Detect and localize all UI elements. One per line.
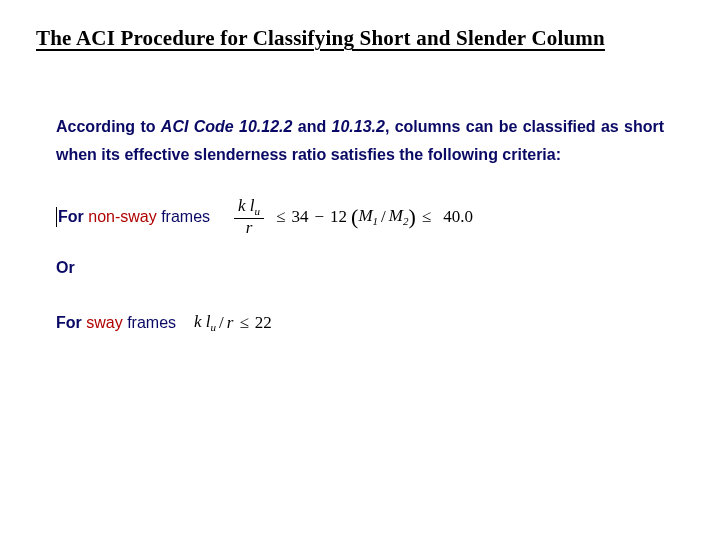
leq-1: ≤: [276, 207, 285, 227]
page-title: The ACI Procedure for Classifying Short …: [36, 26, 684, 51]
sway-type: sway: [86, 314, 122, 331]
klu-var: k l: [238, 196, 255, 215]
para-mid: and: [292, 118, 331, 135]
right-paren: ): [408, 206, 415, 228]
leq-3: ≤: [239, 313, 248, 333]
r-var: r: [227, 313, 234, 333]
m1-sub: 1: [373, 216, 379, 228]
const-22: 22: [255, 313, 272, 333]
const-40: 40.0: [443, 207, 473, 227]
leq-2: ≤: [422, 207, 431, 227]
for-word-2: For: [56, 314, 82, 331]
nonsway-inequality: k lu r ≤ 34 − 12 ( M1 / M2 ) ≤ 40.0: [228, 197, 473, 237]
nonsway-lead: For non-sway frames: [58, 208, 210, 226]
slenderness-fraction: k lu r: [234, 197, 264, 237]
klu-letters-2: k l: [194, 312, 211, 331]
klu-var-2: k lu: [194, 312, 216, 333]
div-slash: /: [219, 313, 224, 333]
code-reference-2: 10.13.2: [332, 118, 385, 135]
nonsway-criteria-line: For non-sway frames k lu r ≤ 34 − 12 ( M…: [56, 195, 664, 239]
m1-letter: M: [358, 206, 372, 225]
sway-inequality: k lu / r ≤ 22: [194, 312, 272, 333]
intro-paragraph: According to ACI Code 10.12.2 and 10.13.…: [56, 113, 664, 169]
or-separator: Or: [56, 259, 664, 277]
sway-criteria-line: For sway frames k lu / r ≤ 22: [56, 301, 664, 345]
m1-var: M1: [358, 206, 378, 227]
const-34: 34: [291, 207, 308, 227]
ratio-slash: /: [381, 207, 386, 227]
klu-sub-2: u: [211, 322, 217, 334]
body-block: According to ACI Code 10.12.2 and 10.13.…: [36, 113, 684, 345]
frames-word-2: frames: [127, 314, 176, 331]
sway-lead: For sway frames: [56, 314, 176, 332]
frames-word: frames: [161, 208, 210, 225]
minus-op: −: [314, 207, 324, 227]
fraction-numerator: k lu: [234, 197, 264, 218]
fraction-denominator: r: [242, 219, 257, 237]
slide-page: The ACI Procedure for Classifying Short …: [0, 0, 720, 345]
m2-var: M2: [389, 206, 409, 227]
for-word: For: [58, 208, 84, 225]
const-12: 12: [330, 207, 347, 227]
m2-letter: M: [389, 206, 403, 225]
para-lead: According to: [56, 118, 161, 135]
text-cursor: [56, 207, 57, 227]
klu-sub: u: [255, 206, 261, 218]
code-reference-1: ACI Code 10.12.2: [161, 118, 293, 135]
nonsway-type: non-sway: [88, 208, 156, 225]
